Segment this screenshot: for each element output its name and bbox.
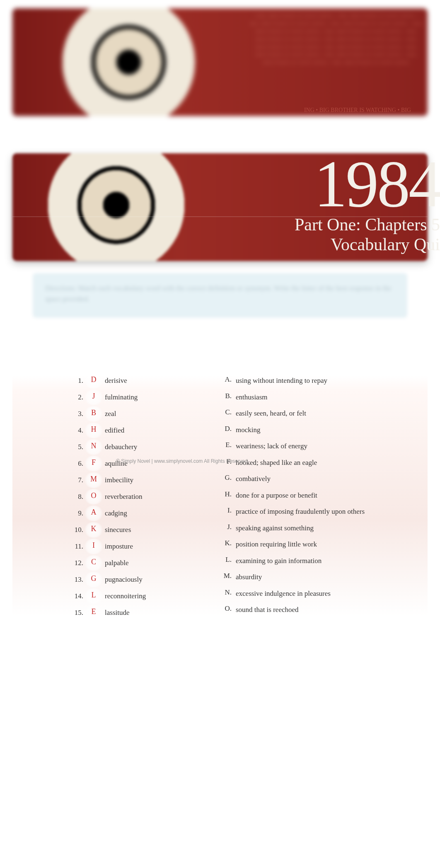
definition-text: excessive indulgence in pleasures <box>236 588 369 599</box>
vocab-answer: M <box>87 475 101 486</box>
vocab-answer: B <box>87 409 101 419</box>
vocab-word: zeal <box>105 410 116 418</box>
vocab-number: 11. <box>71 542 83 551</box>
hero-subtitle: Part One: Chapters 5 Vocabulary Qui <box>295 215 440 255</box>
big-brother-text: • BIG BROTHER IS WATCHING • BIG BROTHER … <box>249 12 423 67</box>
definition-text: using without intending to repay <box>236 375 369 386</box>
definition-letter: O. <box>220 604 232 613</box>
definition-letter: C. <box>220 408 232 416</box>
definition-text: practice of imposing fraudulently upon o… <box>236 506 369 517</box>
definition-row: K.position requiring little work <box>220 539 369 550</box>
vocab-answer: N <box>87 442 101 452</box>
definition-letter: G. <box>220 474 232 482</box>
vocab-word: derisive <box>105 377 127 385</box>
vocab-answer: C <box>87 558 101 568</box>
vocab-row: 10.Ksinecures <box>71 525 195 535</box>
definition-letter: M. <box>220 572 232 580</box>
vocab-number: 5. <box>71 443 83 451</box>
definition-text: absurdity <box>236 572 369 583</box>
subtitle-line-1: Part One: Chapters 5 <box>295 215 440 234</box>
definition-row: M.absurdity <box>220 572 369 583</box>
definition-letter: I. <box>220 506 232 515</box>
definition-row: O.sound that is reechoed <box>220 604 369 615</box>
vocab-word: imbecility <box>105 476 133 484</box>
definition-row: E.weariness; lack of energy <box>220 441 369 452</box>
vocab-word: reverberation <box>105 493 143 501</box>
vocab-row: 8.Oreverberation <box>71 491 195 502</box>
definition-row: N.excessive indulgence in pleasures <box>220 588 369 599</box>
definition-letter: A. <box>220 375 232 384</box>
vocab-number: 9. <box>71 509 83 517</box>
vocab-answer: J <box>87 392 101 403</box>
vocab-word: cadging <box>105 509 127 517</box>
vocab-word: lassitude <box>105 609 130 617</box>
definition-row: J.speaking against something <box>220 523 369 534</box>
definition-text: weariness; lack of energy <box>236 441 369 452</box>
vocab-row: 11.Iimposture <box>71 541 195 552</box>
directions-box: Directions: Match each vocabulary word w… <box>33 273 407 317</box>
vocab-number: 6. <box>71 459 83 468</box>
vocab-answer: H <box>87 425 101 436</box>
vocab-row: 13.Gpugnaciously <box>71 574 195 585</box>
subtitle-line-2: Vocabulary Qui <box>331 235 440 254</box>
definition-row: B.enthusiasm <box>220 392 369 403</box>
definition-text: examining to gain information <box>236 556 369 566</box>
vocab-number: 14. <box>71 592 83 600</box>
definition-text: sound that is reechoed <box>236 604 369 615</box>
definition-row: C.easily seen, heard, or felt <box>220 408 369 419</box>
vocab-number: 15. <box>71 609 83 617</box>
vocab-row: 15.Elassitude <box>71 607 195 618</box>
vocab-answer: D <box>87 375 101 386</box>
definition-row: D.mocking <box>220 425 369 435</box>
definition-row: H.done for a purpose or benefit <box>220 490 369 501</box>
vocab-row: 1.Dderisive <box>71 375 195 386</box>
definition-row: L.examining to gain information <box>220 556 369 566</box>
hero-header: 1984 Part One: Chapters 5 Vocabulary Qui <box>12 153 428 261</box>
vocab-word: reconnoitering <box>105 592 146 600</box>
vocab-answer: A <box>87 508 101 519</box>
vocab-row: 14.Lreconnoitering <box>71 591 195 602</box>
definitions-column: A.using without intending to repayB.enth… <box>220 375 369 624</box>
vocab-answer: I <box>87 541 101 552</box>
vocab-number: 13. <box>71 575 83 584</box>
vocab-number: 1. <box>71 377 83 385</box>
vocab-row: 9.Acadging <box>71 508 195 519</box>
copyright-watermark: © Simply Novel | www.simplynovel.com All… <box>116 458 249 464</box>
vocab-answer: L <box>87 591 101 602</box>
vocab-words-column: 1.Dderisive2.Jfulminating3.Bzeal4.Hedifi… <box>71 375 195 624</box>
vocab-word: pugnaciously <box>105 575 143 584</box>
vocab-word: edified <box>105 426 124 435</box>
vocab-number: 2. <box>71 393 83 401</box>
definition-letter: B. <box>220 392 232 400</box>
vocab-row: 2.Jfulminating <box>71 392 195 403</box>
vocab-word: palpable <box>105 559 129 567</box>
vocab-row: 3.Bzeal <box>71 409 195 419</box>
definition-letter: D. <box>220 425 232 433</box>
big-brother-text-tail: ING • BIG BROTHER IS WATCHING • BIG <box>304 107 411 114</box>
vocab-word: fulminating <box>105 393 138 401</box>
directions-text: Directions: Match each vocabulary word w… <box>45 284 392 303</box>
vocab-number: 3. <box>71 410 83 418</box>
definition-text: easily seen, heard, or felt <box>236 408 369 419</box>
top-banner: • BIG BROTHER IS WATCHING • BIG BROTHER … <box>12 8 428 116</box>
vocab-number: 12. <box>71 559 83 567</box>
definition-text: position requiring little work <box>236 539 369 550</box>
vocab-number: 7. <box>71 476 83 484</box>
vocab-word: debauchery <box>105 443 137 451</box>
vocab-word: imposture <box>105 542 133 551</box>
definition-letter: N. <box>220 588 232 597</box>
vocab-row: 4.Hedified <box>71 425 195 436</box>
definition-letter: L. <box>220 556 232 564</box>
vocab-answer: G <box>87 574 101 585</box>
definition-letter: K. <box>220 539 232 547</box>
definition-text: enthusiasm <box>236 392 369 403</box>
definition-text: done for a purpose or benefit <box>236 490 369 501</box>
definition-row: I.practice of imposing fraudulently upon… <box>220 506 369 517</box>
vocab-word: sinecures <box>105 526 131 534</box>
vocab-number: 8. <box>71 493 83 501</box>
definition-text: combatively <box>236 474 369 484</box>
vocab-number: 10. <box>71 526 83 534</box>
quiz-area: © Simply Novel | www.simplynovel.com All… <box>0 375 440 649</box>
vocab-answer: K <box>87 525 101 535</box>
definition-text: speaking against something <box>236 523 369 534</box>
